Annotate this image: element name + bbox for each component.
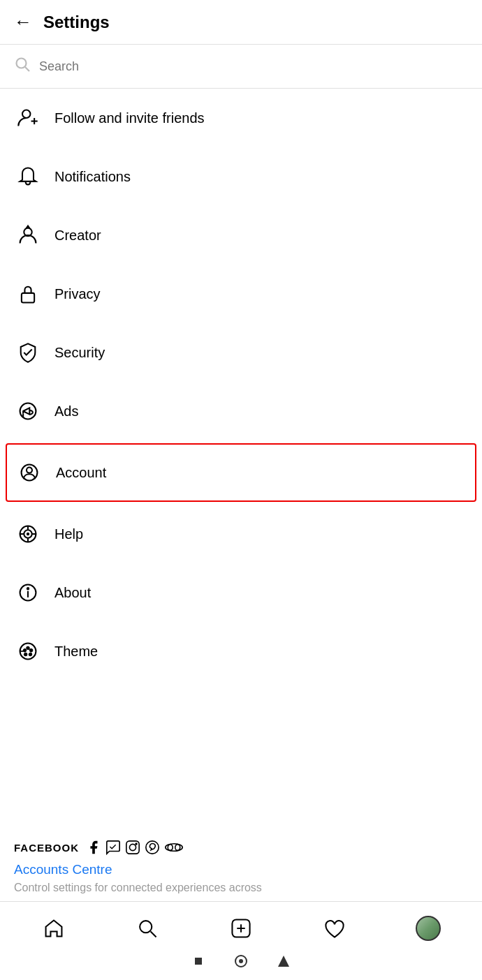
add-nav-button[interactable]	[226, 913, 256, 944]
facebook-section: FACEBOOK Accounts Centre Control setting…	[0, 826, 482, 901]
svg-point-22	[27, 647, 29, 649]
notifications-icon	[14, 163, 42, 191]
back-system-button[interactable]	[191, 954, 205, 968]
menu-item-help[interactable]: Help	[0, 505, 482, 563]
menu-list: Follow and invite friends Notifications …	[0, 89, 482, 826]
svg-point-7	[20, 403, 36, 420]
menu-item-follow[interactable]: Follow and invite friends	[0, 89, 482, 147]
menu-item-theme-label: Theme	[54, 644, 98, 660]
svg-marker-43	[278, 956, 289, 967]
recents-system-button[interactable]	[277, 954, 291, 968]
menu-item-notifications-label: Notifications	[54, 169, 131, 185]
svg-rect-28	[126, 841, 139, 854]
creator-icon	[14, 221, 42, 249]
ads-icon	[14, 397, 42, 425]
svg-point-2	[22, 110, 30, 118]
menu-item-notifications[interactable]: Notifications	[0, 147, 482, 206]
follow-icon	[14, 104, 42, 132]
bottom-navigation	[0, 901, 482, 980]
avatar	[416, 916, 441, 941]
theme-icon	[14, 637, 42, 665]
svg-point-31	[146, 841, 159, 854]
svg-line-36	[151, 932, 156, 937]
svg-rect-6	[22, 293, 34, 303]
menu-item-security-label: Security	[54, 345, 105, 361]
profile-nav-button[interactable]	[413, 913, 444, 944]
menu-item-account-label: Account	[56, 465, 106, 481]
svg-point-33	[168, 845, 173, 851]
menu-item-privacy[interactable]: Privacy	[0, 265, 482, 323]
svg-point-25	[24, 653, 27, 655]
privacy-icon	[14, 280, 42, 308]
svg-point-35	[140, 921, 152, 933]
menu-item-security[interactable]: Security	[0, 323, 482, 382]
facebook-title: FACEBOOK	[14, 842, 79, 854]
back-button[interactable]: ←	[14, 11, 32, 33]
svg-point-34	[175, 845, 180, 851]
system-bar	[0, 948, 482, 977]
accounts-centre-description: Control settings for connected experienc…	[14, 882, 468, 894]
svg-point-10	[27, 468, 32, 473]
search-nav-button[interactable]	[132, 913, 163, 944]
menu-item-about[interactable]: About	[0, 563, 482, 622]
search-input[interactable]	[39, 59, 468, 74]
menu-item-about-label: About	[54, 585, 91, 601]
svg-point-20	[27, 588, 29, 589]
svg-line-1	[25, 67, 29, 71]
about-icon	[14, 579, 42, 607]
accounts-centre-link[interactable]: Accounts Centre	[14, 862, 468, 877]
search-icon	[14, 56, 31, 77]
svg-point-0	[17, 59, 27, 68]
account-icon	[15, 459, 43, 487]
menu-item-creator[interactable]: Creator	[0, 206, 482, 265]
menu-item-theme[interactable]: Theme	[0, 622, 482, 681]
menu-item-creator-label: Creator	[54, 228, 101, 244]
svg-point-29	[129, 844, 136, 850]
menu-item-account[interactable]: Account	[6, 443, 476, 502]
facebook-social-icons	[86, 840, 184, 855]
menu-item-help-label: Help	[54, 526, 83, 542]
svg-point-26	[24, 649, 26, 651]
home-system-button[interactable]	[233, 953, 249, 969]
menu-item-privacy-label: Privacy	[54, 286, 101, 302]
menu-item-follow-label: Follow and invite friends	[54, 110, 205, 126]
svg-point-13	[27, 533, 29, 535]
help-icon	[14, 520, 42, 548]
search-container	[0, 45, 482, 89]
security-icon	[14, 339, 42, 366]
svg-point-30	[136, 843, 137, 845]
svg-rect-40	[195, 958, 202, 965]
svg-point-42	[239, 959, 243, 963]
menu-item-ads-label: Ads	[54, 403, 78, 420]
svg-point-23	[30, 649, 32, 651]
svg-point-24	[29, 653, 31, 655]
activity-nav-button[interactable]	[319, 913, 350, 944]
home-nav-button[interactable]	[38, 913, 69, 944]
settings-header: ← Settings	[0, 0, 482, 45]
menu-item-ads[interactable]: Ads	[0, 382, 482, 440]
page-title: Settings	[43, 13, 110, 32]
